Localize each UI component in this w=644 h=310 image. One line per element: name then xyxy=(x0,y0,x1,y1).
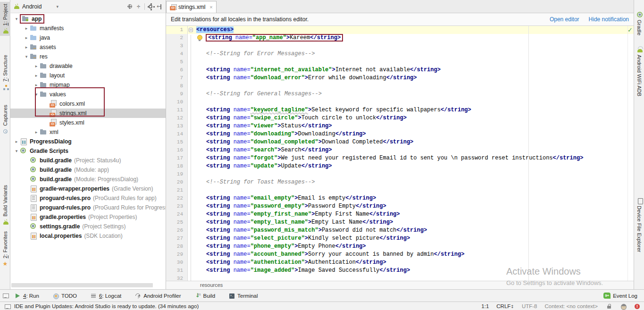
tree-item-proguard-rules-pro[interactable]: proguard-rules.pro(ProGuard Rules for ap… xyxy=(10,193,166,203)
editor-line-27[interactable]: 27<string name="select_picture">Kindly s… xyxy=(166,235,634,243)
toggle-toolwindows-icon[interactable] xyxy=(2,292,8,299)
code-text[interactable]: <!--String for Toast Messages--> xyxy=(194,178,634,186)
encoding-widget[interactable]: UTF-8 xyxy=(522,303,537,309)
editor-line-16[interactable]: 16<string name="search">Search</string> xyxy=(166,146,634,154)
collapse-all-icon[interactable] xyxy=(135,3,142,10)
chevron-down-icon[interactable]: ▾ xyxy=(56,4,59,9)
chevron-collapsed-icon[interactable]: ▸ xyxy=(33,83,40,87)
editor-line-12[interactable]: 12<string name="swipe_circle">Touch circ… xyxy=(166,114,634,122)
code-text[interactable]: <string name="authentication">Authentica… xyxy=(194,259,634,267)
code-text[interactable]: <!--String for Error Messages--> xyxy=(194,50,634,58)
unlock-icon[interactable] xyxy=(605,303,612,310)
tree-item-layout[interactable]: ▸layout xyxy=(10,71,166,80)
code-text[interactable] xyxy=(194,42,634,50)
toolstrip-button-7-structure[interactable]: 7: Structure xyxy=(0,53,10,92)
code-text[interactable] xyxy=(194,275,634,281)
editor-line-14[interactable]: 14<string name="downloading">Downloading… xyxy=(166,130,634,138)
code-text[interactable]: <string name="keyword_tagline">Select ke… xyxy=(194,106,634,114)
editor-line-4[interactable]: 4<!--String for Error Messages--> xyxy=(166,50,634,58)
tree-item-gradle-wrapper-properties[interactable]: gradle-wrapper.properties(Gradle Version… xyxy=(10,184,166,193)
editor-line-3[interactable]: 3 xyxy=(166,42,634,50)
code-text[interactable]: <string name="download_error">Error whil… xyxy=(194,74,634,82)
editor-line-11[interactable]: 11<string name="keyword_tagline">Select … xyxy=(166,106,634,114)
code-text[interactable]: <string name="viewer">Status</string> xyxy=(194,122,634,130)
editor-line-6[interactable]: 6<string name="internet_not_available">I… xyxy=(166,66,634,74)
gear-icon[interactable] xyxy=(147,3,154,10)
tree-item-values[interactable]: ▾values xyxy=(10,90,166,99)
caret-position-widget[interactable]: 1:1 xyxy=(481,303,489,309)
toolstrip-button-gradle[interactable]: Gradle xyxy=(634,9,644,37)
open-editor-link[interactable]: Open editor xyxy=(550,16,579,23)
editor-line-5[interactable]: 5 xyxy=(166,58,634,66)
code-editor[interactable]: 1<resources>2 <string name="app_name">Ka… xyxy=(166,26,634,281)
intention-bulb-icon[interactable] xyxy=(196,34,202,42)
locate-file-icon[interactable] xyxy=(126,3,133,10)
editor-line-17[interactable]: 17<string name="forgot">We just need you… xyxy=(166,154,634,162)
editor-line-25[interactable]: 25<string name="empty_last_name">Empty L… xyxy=(166,218,634,226)
status-message-area[interactable]: IDE and Plugin Updates: Android Studio i… xyxy=(4,303,199,310)
chevron-collapsed-icon[interactable]: ▸ xyxy=(23,26,30,31)
tree-item-build-gradle[interactable]: build.gradle(Module: app) xyxy=(10,165,166,175)
breadcrumb[interactable]: resources xyxy=(166,281,634,289)
editor-line-23[interactable]: 23<string name="password_empty">Password… xyxy=(166,202,634,210)
code-text[interactable]: <string name="empty_first_name">Empty Fi… xyxy=(194,210,634,218)
editor-line-32[interactable]: 32 xyxy=(166,275,634,281)
code-text[interactable]: <string name="internet_not_available">In… xyxy=(194,66,634,74)
editor-line-31[interactable]: 31<string name="image_added">Image Saved… xyxy=(166,267,634,275)
code-text[interactable]: <string name="forgot">We just need your … xyxy=(194,154,634,162)
editor-line-26[interactable]: 26<string name="password_mis_match">Pass… xyxy=(166,226,634,235)
error-indicator-icon[interactable] xyxy=(634,303,640,310)
tool-button-todo[interactable]: TODO xyxy=(52,293,77,299)
tree-item-proguard-rules-pro[interactable]: proguard-rules.pro(ProGuard Rules for Pr… xyxy=(10,203,166,212)
tree-item-gradle-scripts[interactable]: ▾Gradle Scripts xyxy=(10,146,166,156)
editor-vertical-scrollbar[interactable] xyxy=(627,26,634,281)
tree-item-java[interactable]: ▸java xyxy=(10,33,166,42)
editor-line-7[interactable]: 7<string name="download_error">Error whi… xyxy=(166,74,634,82)
inspection-ok-icon[interactable]: ✓ xyxy=(627,26,633,34)
tree-item-mipmap[interactable]: ▸mipmap xyxy=(10,80,166,90)
tree-item-drawable[interactable]: ▸drawable xyxy=(10,61,166,71)
code-text[interactable]: <!--String for General Messages--> xyxy=(194,90,634,98)
tree-item-build-gradle[interactable]: build.gradle(Module: ProgressDialog) xyxy=(10,175,166,184)
chevron-collapsed-icon[interactable]: ▸ xyxy=(23,35,30,40)
editor-line-9[interactable]: 9<!--String for General Messages--> xyxy=(166,90,634,98)
tree-item-res[interactable]: ▾res xyxy=(10,52,166,61)
fold-collapse-icon[interactable] xyxy=(189,28,193,32)
code-text[interactable]: <string name="search">Search</string> xyxy=(194,146,634,154)
project-view-selector[interactable]: Android xyxy=(22,3,42,10)
editor-line-15[interactable]: 15<string name="download_completed">Down… xyxy=(166,138,634,146)
tree-item-progressdialog[interactable]: ▸ProgressDialog xyxy=(10,137,166,146)
code-text[interactable]: <string name="phone_empty">Empty Phone</… xyxy=(194,243,634,251)
chevron-collapsed-icon[interactable]: ▸ xyxy=(33,64,40,68)
editor-line-8[interactable]: 8 xyxy=(166,82,634,90)
tree-item-local-properties[interactable]: local.properties(SDK Location) xyxy=(10,231,166,241)
toolstrip-button-build-variants[interactable]: Build Variants xyxy=(0,183,10,227)
code-text[interactable]: <string name="empty_last_name">Empty Las… xyxy=(194,218,634,226)
tool-button-terminal[interactable]: Terminal xyxy=(228,293,258,299)
editor-line-1[interactable]: 1<resources> xyxy=(166,26,634,34)
hide-notification-link[interactable]: Hide notification xyxy=(589,16,629,23)
code-text[interactable]: <string name="account_banned">Sorry your… xyxy=(194,251,634,259)
close-icon[interactable]: × xyxy=(209,4,212,10)
chevron-expanded-icon[interactable]: ▾ xyxy=(33,92,40,97)
tool-button-6-logcat[interactable]: 6: Logcat xyxy=(90,293,121,299)
tree-horizontal-scrollbar[interactable] xyxy=(11,283,153,287)
toolstrip-button-1-project[interactable]: 1: Project xyxy=(0,2,10,36)
line-ending-widget[interactable]: CRLF↕ xyxy=(496,303,514,309)
editor-line-24[interactable]: 24<string name="empty_first_name">Empty … xyxy=(166,210,634,218)
context-widget[interactable]: Context: <no context> xyxy=(544,303,598,309)
code-text[interactable] xyxy=(194,98,634,106)
code-text[interactable] xyxy=(194,82,634,90)
code-text[interactable]: <resources> xyxy=(194,26,634,34)
tool-button-build[interactable]: Build xyxy=(194,293,216,299)
code-text[interactable]: <string name="app_name">Kareem</string> xyxy=(194,34,634,42)
chevron-expanded-icon[interactable]: ▾ xyxy=(13,17,20,21)
toolstrip-button-android-wifi-adb[interactable]: Android WiFi ADB xyxy=(634,44,644,98)
chevron-collapsed-icon[interactable]: ▸ xyxy=(23,45,30,50)
tree-item-assets[interactable]: ▸assets xyxy=(10,42,166,52)
editor-line-20[interactable]: 20<!--String for Toast Messages--> xyxy=(166,178,634,186)
chevron-expanded-icon[interactable]: ▾ xyxy=(23,54,30,59)
tree-item-build-gradle[interactable]: build.gradle(Project: Status4u) xyxy=(10,156,166,165)
code-text[interactable]: <string name="download_completed">Downlo… xyxy=(194,138,634,146)
code-text[interactable] xyxy=(194,186,634,194)
